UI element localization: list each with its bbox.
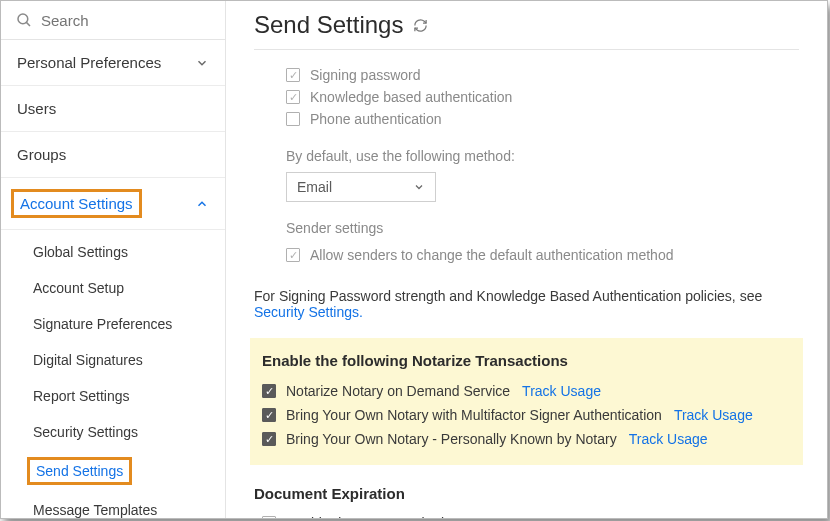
sidebar-subitem-account-setup[interactable]: Account Setup [1, 270, 225, 306]
sidebar-item-account-settings[interactable]: Account Settings [1, 178, 225, 230]
checkbox-icon [262, 432, 276, 446]
chevron-up-icon [195, 197, 209, 211]
checkbox-icon [286, 68, 300, 82]
page-title: Send Settings [254, 11, 403, 39]
checkbox-allow-senders-change[interactable]: Allow senders to change the default auth… [286, 244, 799, 266]
sidebar-item-users[interactable]: Users [1, 86, 225, 132]
sidebar-subitem-message-templates[interactable]: Message Templates [1, 492, 225, 521]
sidebar-item-label: Users [17, 100, 56, 117]
search-input[interactable] [41, 12, 181, 29]
chevron-down-icon [195, 56, 209, 70]
default-method-select[interactable]: Email [286, 172, 436, 202]
notarize-heading: Enable the following Notarize Transactio… [260, 352, 793, 369]
sidebar-item-label: Groups [17, 146, 66, 163]
sender-settings-label: Sender settings [286, 220, 799, 236]
sidebar-item-groups[interactable]: Groups [1, 132, 225, 178]
svg-line-1 [26, 22, 30, 26]
sidebar: Personal Preferences Users Groups Accoun… [1, 1, 226, 518]
refresh-icon[interactable] [413, 18, 428, 33]
search-icon [15, 11, 33, 29]
sidebar-subitem-report-settings[interactable]: Report Settings [1, 378, 225, 414]
checkbox-icon [286, 112, 300, 126]
track-usage-link[interactable]: Track Usage [629, 431, 708, 447]
sidebar-subitem-signature-preferences[interactable]: Signature Preferences [1, 306, 225, 342]
policy-info: For Signing Password strength and Knowle… [254, 288, 799, 320]
document-expiration-section: Document Expiration Enable document expi… [254, 485, 799, 518]
security-settings-link[interactable]: Security Settings. [254, 304, 363, 320]
checkbox-icon [286, 90, 300, 104]
main-panel: Send Settings Signing password Knowledge… [226, 1, 827, 518]
checkbox-signing-password[interactable]: Signing password [286, 64, 799, 86]
svg-point-0 [18, 14, 28, 24]
checkbox-icon [262, 384, 276, 398]
default-method-label: By default, use the following method: [286, 148, 799, 164]
track-usage-link[interactable]: Track Usage [522, 383, 601, 399]
sidebar-subitem-global-settings[interactable]: Global Settings [1, 234, 225, 270]
page-title-row: Send Settings [254, 11, 799, 50]
chevron-down-icon [413, 181, 425, 193]
checkbox-notary-on-demand[interactable]: Notarize Notary on Demand Service Track … [260, 379, 793, 403]
auth-options: Signing password Knowledge based authent… [254, 64, 799, 266]
search-row[interactable] [1, 1, 225, 40]
sidebar-item-label: Personal Preferences [17, 54, 161, 71]
sidebar-subitem-send-settings[interactable]: Send Settings [1, 450, 225, 492]
checkbox-byo-notary-mfa[interactable]: Bring Your Own Notary with Multifactor S… [260, 403, 793, 427]
sidebar-item-label: Account Settings [11, 189, 142, 218]
notarize-section: Enable the following Notarize Transactio… [250, 338, 803, 465]
checkbox-enable-doc-expiration[interactable]: Enable document expiration [254, 512, 799, 518]
checkbox-icon [262, 408, 276, 422]
sidebar-item-personal-preferences[interactable]: Personal Preferences [1, 40, 225, 86]
sidebar-subitem-digital-signatures[interactable]: Digital Signatures [1, 342, 225, 378]
checkbox-phone-auth[interactable]: Phone authentication [286, 108, 799, 130]
track-usage-link[interactable]: Track Usage [674, 407, 753, 423]
checkbox-byo-notary-known[interactable]: Bring Your Own Notary - Personally Known… [260, 427, 793, 451]
checkbox-icon [286, 248, 300, 262]
doc-expiration-heading: Document Expiration [254, 485, 799, 502]
account-settings-sublist: Global Settings Account Setup Signature … [1, 230, 225, 521]
sidebar-subitem-security-settings[interactable]: Security Settings [1, 414, 225, 450]
checkbox-icon [262, 516, 276, 518]
checkbox-knowledge-based-auth[interactable]: Knowledge based authentication [286, 86, 799, 108]
